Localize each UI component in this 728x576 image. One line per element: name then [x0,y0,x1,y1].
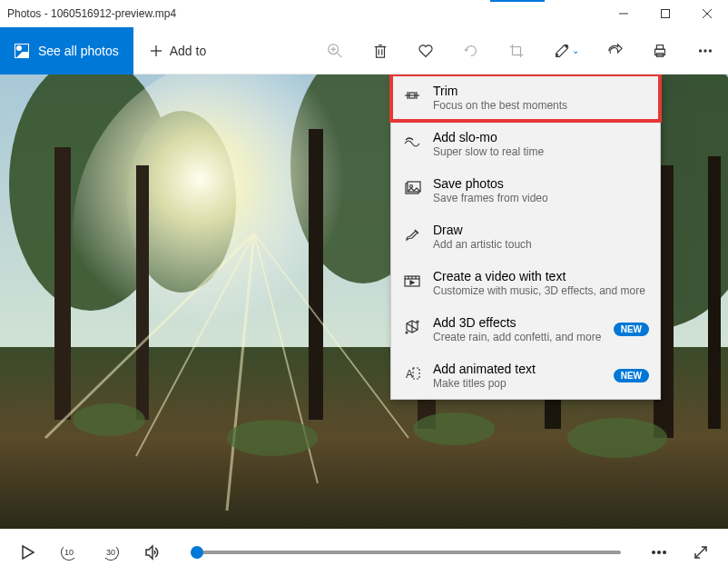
crop-button[interactable] [494,27,539,74]
svg-point-69 [417,321,418,323]
video-viewport[interactable]: TrimFocus on the best moments Add slo-mo… [0,74,728,529]
svg-rect-36 [54,147,71,420]
print-button[interactable] [637,27,683,74]
seek-thumb[interactable] [191,546,203,559]
menu-item-3deffects[interactable]: Add 3D effectsCreate rain, add confetti,… [391,306,660,353]
svg-point-26 [704,49,706,51]
zoom-button[interactable] [312,27,358,74]
slomo-icon [402,132,422,152]
skip-back-button[interactable]: 10 [51,534,87,571]
tab-indicator [490,0,545,2]
svg-line-78 [695,547,706,558]
more-button[interactable] [683,27,728,74]
menu-title: Add animated text [433,362,603,376]
volume-button[interactable] [134,534,171,571]
menu-item-savephotos[interactable]: Save photosSave frames from video [391,167,660,214]
effects-icon [402,317,422,337]
share-button[interactable] [592,27,637,74]
play-button[interactable] [9,534,45,571]
svg-point-25 [700,49,702,51]
menu-title: Trim [433,84,649,98]
svg-point-21 [556,54,558,55]
svg-marker-73 [23,546,34,559]
add-to-button[interactable]: Add to [133,27,222,74]
new-badge: NEW [614,369,649,382]
menu-item-trim[interactable]: TrimFocus on the best moments [391,74,660,121]
svg-marker-74 [146,546,152,559]
menu-sub: Make titles pop [433,377,603,390]
svg-point-50 [413,412,495,445]
menu-title: Draw [433,223,649,237]
close-button[interactable] [686,0,728,27]
window-title: Photos - 1060516912-preview.mp4 [7,7,603,20]
rotate-button[interactable] [448,27,494,74]
menu-title: Add slo-mo [433,130,649,144]
svg-rect-37 [136,165,149,420]
svg-text:A: A [406,368,413,381]
see-all-photos-button[interactable]: See all photos [0,27,133,74]
titlebar: Photos - 1060516912-preview.mp4 [0,0,728,27]
svg-rect-1 [662,10,670,18]
draw-icon [402,224,422,244]
skip-fwd-button[interactable]: 30 [93,534,129,571]
plus-icon [150,45,162,57]
see-all-label: See all photos [38,44,119,58]
maximize-button[interactable] [644,0,686,27]
svg-rect-38 [309,129,323,420]
new-badge: NEW [614,323,649,336]
menu-sub: Save frames from video [433,192,649,204]
svg-rect-42 [708,156,721,429]
svg-point-70 [406,332,408,333]
player-controls: 10 30 [0,529,728,576]
saveframe-icon [402,178,422,198]
delete-button[interactable] [358,27,403,74]
svg-line-7 [338,53,342,57]
minimize-button[interactable] [603,0,644,27]
toolbar: See all photos Add to ⌄ [0,27,728,74]
svg-point-51 [567,418,667,458]
more-controls-button[interactable] [641,534,677,571]
menu-item-animtext[interactable]: A Add animated textMake titles pop NEW [391,353,660,399]
menu-title: Create a video with text [433,269,649,283]
edit-create-menu: TrimFocus on the best moments Add slo-mo… [390,74,661,400]
svg-rect-23 [656,45,663,49]
seek-slider[interactable] [191,551,621,554]
menu-sub: Focus on the best moments [433,99,649,112]
trim-icon [402,85,422,105]
svg-rect-72 [413,368,419,379]
add-to-label: Add to [170,44,206,58]
svg-rect-10 [377,46,385,57]
menu-sub: Customize with music, 3D effects, and mo… [433,284,649,297]
svg-point-76 [658,551,661,554]
menu-item-draw[interactable]: DrawAdd an artistic touch [391,214,660,260]
svg-point-49 [227,420,318,456]
animtext-icon: A [402,363,422,383]
edit-create-button[interactable] [539,27,585,74]
favorite-button[interactable] [403,27,448,74]
svg-point-75 [653,551,655,554]
menu-sub: Add an artistic touch [433,238,649,251]
menu-title: Add 3D effects [433,315,603,330]
svg-point-77 [664,551,666,554]
photos-icon [15,44,29,58]
menu-sub: Create rain, add confetti, and more [433,331,603,343]
menu-item-slomo[interactable]: Add slo-moSuper slow to real time [391,121,660,167]
menu-item-createvideo[interactable]: Create a video with textCustomize with m… [391,260,660,306]
svg-point-48 [73,403,145,436]
menu-title: Save photos [433,176,649,191]
menu-sub: Super slow to real time [433,145,649,158]
fullscreen-button[interactable] [683,534,719,571]
video-icon [402,271,422,291]
svg-point-27 [709,49,711,51]
svg-marker-65 [410,281,414,284]
